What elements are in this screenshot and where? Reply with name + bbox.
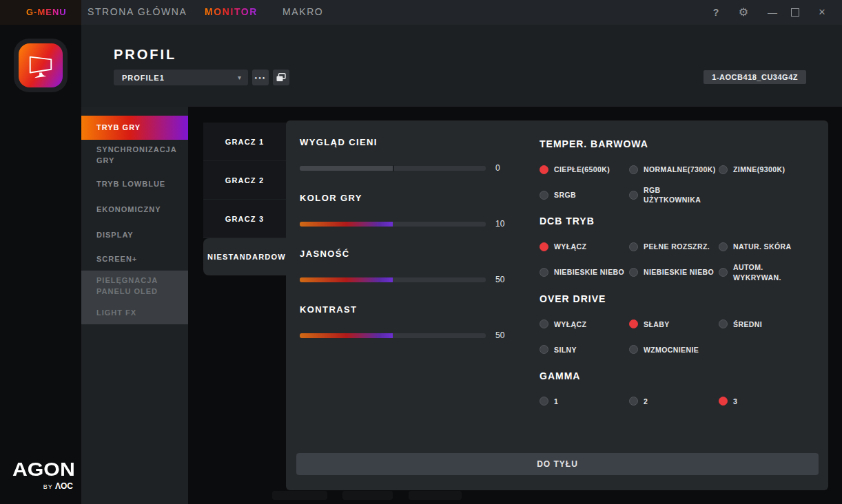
radio-option-label: AUTOM. WYKRYWAN. xyxy=(733,262,807,282)
radio-icon xyxy=(629,268,638,277)
back-button[interactable]: DO TYŁU xyxy=(296,453,819,475)
profile-tab-label: GRACZ 2 xyxy=(225,176,265,185)
radio-group-title: DCB TRYB xyxy=(540,216,822,227)
radio-option[interactable]: ŚREDNI xyxy=(719,315,822,334)
radio-option[interactable]: 3 xyxy=(719,392,822,411)
sidebar-item[interactable]: LIGHT FX xyxy=(81,302,188,324)
radio-option-label: SILNY xyxy=(554,345,577,355)
radio-option[interactable]: 2 xyxy=(629,392,719,411)
sidebar-item[interactable]: PIELĘGNACJA PANELU OLED xyxy=(81,271,188,302)
radio-option[interactable]: CIEPŁE(6500K) xyxy=(540,160,629,179)
profile-more-button[interactable]: ●●● xyxy=(252,70,269,85)
slider-track[interactable] xyxy=(300,333,486,338)
sidebar-item[interactable]: SCREEN+ xyxy=(81,248,188,271)
slider-label: WYGLĄD CIENI xyxy=(300,137,520,147)
slider: KOLOR GRY 10 xyxy=(300,193,520,229)
radio-option-label: ŚREDNI xyxy=(733,319,762,329)
profile-tab-label: GRACZ 1 xyxy=(225,138,265,146)
slider-fill[interactable] xyxy=(300,277,393,282)
radio-option-label: NIEBIESKIE NIEBO xyxy=(644,267,714,277)
radio-option[interactable]: WZMOCNIENIE xyxy=(629,340,719,359)
radio-option-label: 2 xyxy=(644,397,648,406)
radio-option-label: RGB UŻYTKOWNIKA xyxy=(644,185,717,204)
slider-fill[interactable] xyxy=(300,333,393,338)
radio-option-label: CIEPŁE(6500K) xyxy=(554,165,610,174)
radio-icon xyxy=(719,165,728,174)
sidebar-item-label: EKONOMICZNY xyxy=(96,204,161,216)
titlebar: G-MENU STRONA GŁÓWNA MONITOR MAKRO ? ⚙ —… xyxy=(0,0,842,25)
close-icon[interactable]: ✕ xyxy=(814,6,830,19)
radio-icon xyxy=(540,345,548,354)
radio-option[interactable]: PEŁNE ROZSZRZ. xyxy=(629,237,719,256)
radio-option[interactable]: 1 xyxy=(540,392,629,411)
profile-dropdown[interactable]: PROFILE1 ▾ xyxy=(114,70,248,85)
radio-option[interactable]: SILNY xyxy=(540,340,629,359)
page-title: PROFIL xyxy=(114,47,176,63)
radio-option[interactable]: NIEBIESKIE NIEBO xyxy=(629,262,719,282)
sidebar-item-label: TRYB GRY xyxy=(96,123,141,134)
nav-tab-strona-glowna[interactable]: STRONA GŁÓWNA xyxy=(88,6,187,17)
nav-tab-monitor[interactable]: MONITOR xyxy=(205,6,258,17)
slider-label: KONTRAST xyxy=(300,304,520,315)
slider: KONTRAST 50 xyxy=(300,304,520,340)
agon-wordmark: AGON xyxy=(12,459,78,481)
slider-track[interactable] xyxy=(300,277,486,282)
radio-option[interactable]: NATUR. SKÓRA xyxy=(719,237,822,256)
maximize-icon[interactable] xyxy=(791,8,799,17)
sidebar-item-label: SCREEN+ xyxy=(96,254,137,265)
ellipsis-icon: ●●● xyxy=(255,76,267,80)
chevron-down-icon: ▾ xyxy=(238,74,241,81)
sidebar-item[interactable]: SYNCHRONIZACJA GRY xyxy=(81,140,188,171)
nav-tab-makro[interactable]: MAKRO xyxy=(283,6,323,17)
radio-option[interactable]: RGB UŻYTKOWNIKA xyxy=(629,185,719,204)
slider-fill[interactable] xyxy=(300,222,393,227)
radio-option[interactable]: SRGB xyxy=(540,185,629,204)
gear-icon[interactable]: ⚙ xyxy=(736,6,751,19)
profile-tab[interactable]: GRACZ 1 xyxy=(203,123,286,161)
radio-icon xyxy=(540,242,548,251)
radio-icon xyxy=(540,191,548,200)
sidebar-item[interactable]: TRYB LOWBLUE xyxy=(81,171,188,197)
sidebar: TRYB GRY SYNCHRONIZACJA GRY TRYB LOWBLUE… xyxy=(81,107,188,504)
minimize-icon[interactable]: — xyxy=(765,6,780,19)
background-shape xyxy=(272,491,327,500)
sidebar-item-label: TRYB LOWBLUE xyxy=(96,179,165,190)
sidebar-item[interactable]: EKONOMICZNY xyxy=(81,197,188,222)
profile-tab[interactable]: GRACZ 3 xyxy=(203,200,286,238)
profile-dropdown-value: PROFILE1 xyxy=(122,74,238,82)
slider-track[interactable] xyxy=(300,166,486,171)
radio-option[interactable]: SŁABY xyxy=(629,315,719,334)
help-icon[interactable]: ? xyxy=(708,6,723,19)
slider-section: WYGLĄD CIENI 0 KOLOR GRY 10 xyxy=(300,120,520,360)
radio-group: TEMPER. BARWOWA CIEPŁE(6500K) NORMALNE(7… xyxy=(540,138,822,204)
radio-option[interactable]: WYŁĄCZ xyxy=(540,315,629,334)
sidebar-item[interactable]: TRYB GRY xyxy=(81,116,188,140)
radio-option[interactable]: NIEBIESKIE NIEBO xyxy=(540,262,629,282)
radio-option-label: 3 xyxy=(733,397,737,406)
radio-icon xyxy=(540,397,548,406)
radio-option-label: WYŁĄCZ xyxy=(554,242,586,251)
radio-option[interactable]: NORMALNE(7300K) xyxy=(629,160,719,179)
radio-option-label: NATUR. SKÓRA xyxy=(733,242,792,251)
profile-tab[interactable]: GRACZ 2 xyxy=(203,161,286,200)
profile-copy-button[interactable] xyxy=(273,70,289,85)
radio-group: DCB TRYB WYŁĄCZ PEŁNE ROZSZRZ. NATUR xyxy=(540,216,822,282)
radio-icon xyxy=(629,191,638,200)
radio-option[interactable]: ZIMNE(9300K) xyxy=(719,160,822,179)
by-aoc-wordmark: BY ΛOC xyxy=(12,481,73,491)
radio-icon xyxy=(540,319,548,328)
monitor-app-icon[interactable] xyxy=(19,43,63,87)
radio-icon xyxy=(629,242,638,251)
sidebar-item-label: LIGHT FX xyxy=(96,308,136,319)
app-window: G-MENU STRONA GŁÓWNA MONITOR MAKRO ? ⚙ —… xyxy=(0,0,842,504)
radio-option[interactable]: AUTOM. WYKRYWAN. xyxy=(719,262,822,282)
slider-track[interactable] xyxy=(300,222,486,227)
radio-group: GAMMA 1 2 3 xyxy=(540,370,822,411)
profile-tab-label: NIESTANDARDOWY xyxy=(207,253,286,261)
sidebar-item[interactable]: DISPLAY xyxy=(81,222,188,248)
radio-option[interactable]: WYŁĄCZ xyxy=(540,237,629,256)
slider-fill[interactable] xyxy=(300,166,393,171)
radio-group-title: GAMMA xyxy=(540,370,822,381)
profile-tab[interactable]: NIESTANDARDOWY xyxy=(203,238,286,275)
radio-group-title: OVER DRIVE xyxy=(540,293,822,304)
